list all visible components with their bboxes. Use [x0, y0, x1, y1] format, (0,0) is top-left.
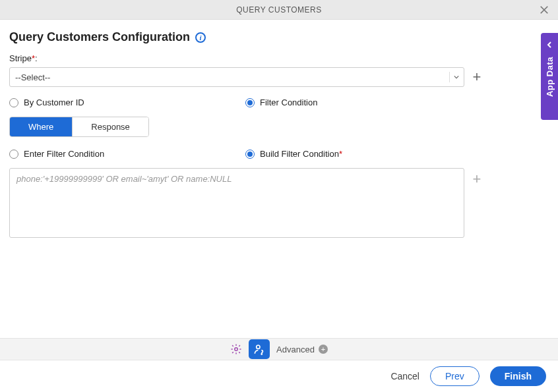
gear-icon[interactable]: [230, 343, 242, 355]
radio-icon: [245, 150, 255, 159]
tab-response[interactable]: Response: [73, 117, 148, 136]
where-response-tabs: Where Response: [9, 117, 149, 137]
app-data-panel-toggle[interactable]: App Data: [541, 33, 558, 120]
query-mode-group: By Customer ID Filter Condition: [9, 98, 549, 107]
radio-enter-filter[interactable]: Enter Filter Condition: [9, 149, 245, 159]
svg-point-1: [257, 345, 260, 349]
svg-point-2: [261, 354, 262, 354]
radio-filter-condition[interactable]: Filter Condition: [245, 98, 317, 107]
prev-button[interactable]: Prev: [430, 366, 480, 386]
radio-label: Enter Filter Condition: [24, 149, 104, 159]
page-title-text: Query Customers Configuration: [9, 30, 190, 44]
side-tab-label: App Data: [545, 57, 555, 97]
advanced-label-text: Advanced: [276, 345, 315, 354]
modal-body: Query Customers Configuration i Stripe*:…: [0, 20, 558, 238]
svg-point-0: [235, 348, 238, 351]
radio-icon: [9, 150, 18, 159]
radio-icon: [245, 98, 255, 107]
required-asterisk: *: [339, 149, 342, 159]
radio-label: By Customer ID: [24, 98, 84, 107]
stripe-label-text: Stripe: [9, 53, 32, 63]
chevron-left-icon: [546, 40, 553, 50]
info-icon[interactable]: i: [195, 32, 206, 43]
toolbar-strip: Advanced +: [0, 338, 558, 360]
modal-footer: Cancel Prev Finish: [0, 360, 558, 392]
plus-circle-icon: +: [319, 345, 328, 354]
user-help-icon[interactable]: [249, 339, 270, 359]
filter-builder-row: +: [9, 168, 549, 238]
add-filter-button[interactable]: +: [470, 172, 484, 186]
stripe-select[interactable]: --Select--: [9, 67, 464, 87]
finish-button[interactable]: Finish: [490, 366, 546, 386]
close-icon[interactable]: [538, 4, 550, 16]
chevron-down-icon: [449, 72, 460, 82]
radio-by-customer-id[interactable]: By Customer ID: [9, 98, 245, 107]
label-colon: :: [35, 53, 38, 63]
radio-build-filter[interactable]: Build Filter Condition*: [245, 149, 342, 159]
radio-label: Filter Condition: [260, 98, 317, 107]
stripe-label: Stripe*:: [9, 53, 549, 63]
stripe-select-value: --Select--: [15, 72, 50, 82]
modal-header: QUERY CUSTOMERS: [0, 0, 558, 20]
filter-condition-textarea[interactable]: [9, 168, 464, 238]
stripe-select-row: --Select-- +: [9, 67, 549, 87]
modal-title: QUERY CUSTOMERS: [236, 5, 322, 14]
add-stripe-button[interactable]: +: [470, 70, 484, 84]
radio-label: Build Filter Condition*: [260, 149, 342, 159]
tab-where[interactable]: Where: [10, 117, 73, 136]
advanced-toggle[interactable]: Advanced +: [276, 345, 328, 354]
filter-mode-group: Enter Filter Condition Build Filter Cond…: [9, 149, 549, 159]
radio-icon: [9, 98, 18, 107]
page-title: Query Customers Configuration i: [9, 30, 549, 44]
radio-label-text: Build Filter Condition: [260, 149, 339, 159]
cancel-button[interactable]: Cancel: [390, 371, 419, 381]
